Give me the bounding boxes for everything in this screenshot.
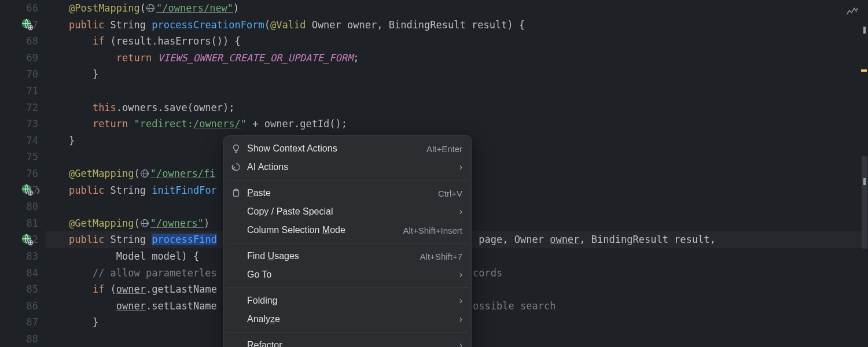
line-number: 73 [0, 116, 38, 132]
web-endpoint-icon[interactable] [21, 233, 34, 246]
line-number: 84 [0, 265, 38, 282]
submenu-arrow-icon: › [459, 314, 462, 324]
code-line[interactable]: this.owners.save(owner); [45, 99, 868, 116]
menu-item[interactable]: Find UsagesAlt+Shift+7 [224, 247, 472, 265]
menu-item-label: Show Context Actions [247, 143, 421, 154]
code-line[interactable]: return "redirect:/owners/" + owner.getId… [45, 116, 868, 132]
paste-icon [231, 189, 241, 198]
stripe-mark[interactable] [863, 27, 866, 34]
line-number: 66 [0, 0, 38, 17]
submenu-arrow-icon: › [459, 270, 462, 280]
menu-item[interactable]: PasteCtrl+V [224, 184, 472, 202]
menu-item[interactable]: Go To› [224, 265, 472, 284]
code-line[interactable]: @PostMapping("/owners/new") [45, 0, 868, 17]
context-menu: Show Context ActionsAlt+EnterAI Actions›… [223, 135, 472, 347]
menu-separator [226, 180, 469, 180]
submenu-arrow-icon: › [459, 340, 462, 347]
line-number: 69 [0, 50, 38, 67]
web-endpoint-icon[interactable] [21, 183, 34, 196]
menu-item-label: Go To [247, 270, 454, 280]
menu-item-shortcut: Alt+Enter [426, 144, 462, 154]
line-number: 80 [0, 198, 38, 215]
globe-icon [141, 219, 149, 227]
code-line[interactable] [45, 83, 868, 99]
menu-separator [226, 332, 469, 333]
submenu-arrow-icon: › [459, 206, 462, 217]
line-number: 75 [0, 149, 38, 165]
menu-item-label: Refactor [247, 340, 454, 347]
line-number: 72 [0, 99, 38, 116]
line-number: 83 [0, 248, 38, 265]
submenu-arrow-icon: › [459, 296, 462, 306]
expand-fold-icon[interactable]: ❯ [36, 186, 41, 195]
menu-item-label: Analyze [247, 314, 454, 324]
line-number: 76 [0, 165, 38, 182]
globe-icon [146, 4, 155, 12]
selection: processFind [152, 234, 217, 245]
line-number: 86 [0, 298, 38, 315]
menu-item-label: Copy / Paste Special [247, 206, 454, 217]
bulb-icon [231, 144, 241, 153]
code-line[interactable]: if (result.hasErrors()) { [45, 33, 868, 50]
code-line[interactable]: return VIEWS_OWNER_CREATE_OR_UPDATE_FORM… [45, 50, 868, 67]
globe-icon [141, 169, 149, 178]
code-line[interactable]: public String processCreationForm(@Valid… [45, 17, 868, 34]
menu-item[interactable]: Show Context ActionsAlt+Enter [224, 139, 472, 158]
stripe-mark[interactable] [861, 69, 867, 72]
menu-item-shortcut: Ctrl+V [438, 189, 462, 198]
menu-item-shortcut: Alt+Shift+7 [420, 252, 462, 261]
menu-item-label: Find Usages [247, 251, 414, 261]
line-number: 88 [0, 331, 38, 347]
menu-item-label: AI Actions [247, 162, 454, 172]
menu-item-label: Column Selection Mode [247, 225, 397, 235]
menu-item-label: Folding [247, 296, 454, 306]
menu-item[interactable]: Column Selection ModeAlt+Shift+Insert [224, 221, 472, 239]
menu-item[interactable]: AI Actions› [224, 158, 472, 176]
menu-separator [226, 287, 469, 288]
menu-item-label: Paste [247, 188, 432, 198]
submenu-arrow-icon: › [459, 162, 462, 172]
spiral-icon [231, 163, 241, 172]
line-number: 74 [0, 132, 38, 149]
line-number: 81 [0, 215, 38, 232]
line-number: 85 [0, 281, 38, 298]
menu-item[interactable]: Folding› [224, 291, 472, 310]
menu-item[interactable]: Copy / Paste Special› [224, 202, 472, 221]
menu-item[interactable]: Analyze› [224, 310, 472, 328]
menu-item[interactable]: Refactor› [224, 336, 472, 347]
menu-item-shortcut: Alt+Shift+Insert [403, 226, 462, 235]
line-number: 87 [0, 314, 38, 331]
line-number: 70 [0, 66, 38, 83]
error-stripe[interactable] [860, 0, 868, 347]
scrollbar-thumb[interactable] [862, 156, 867, 249]
stripe-mark[interactable] [863, 178, 866, 185]
menu-separator [226, 243, 469, 243]
performance-icon[interactable] [846, 6, 859, 21]
code-line[interactable]: } [45, 66, 868, 83]
line-number-gutter: 66 67 68 69 70 71 72 73 74 75 76 77 80 8… [0, 0, 45, 347]
web-endpoint-icon[interactable] [21, 18, 34, 31]
line-number: 71 [0, 83, 38, 99]
line-number: 68 [0, 33, 38, 50]
